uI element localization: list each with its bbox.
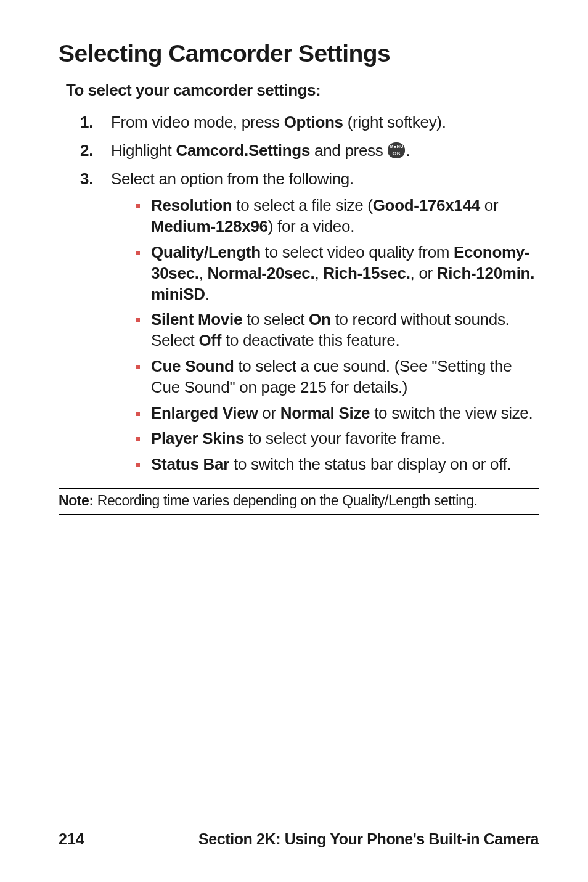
bullet-skins: Player Skins to select your favorite fra… [136,428,539,449]
icon-bottom-label: OK [388,151,405,157]
silent-t1: to select [242,310,309,329]
bullet-cue: Cue Sound to select a cue sound. (See "S… [136,356,539,398]
step-1-pre: From video mode, press [111,113,284,131]
page-number: 214 [59,830,84,848]
step-1: From video mode, press Options (right so… [80,112,539,133]
bullet-view: Enlarged View or Normal Size to switch t… [136,403,539,424]
page-heading: Selecting Camcorder Settings [59,40,539,67]
resolution-b1: Resolution [151,196,232,214]
bullet-status: Status Bar to switch the status bar disp… [136,454,539,475]
step-2: Highlight Camcord.Settings and press MEN… [80,141,539,161]
quality-b1: Quality/Length [151,243,261,261]
step-1-bold: Options [284,113,343,131]
page-footer: 214 Section 2K: Using Your Phone's Built… [0,830,588,848]
bullet-resolution: Resolution to select a file size (Good-1… [136,195,539,237]
quality-t2: , [199,264,208,282]
quality-t3: , [314,264,323,282]
bullet-quality: Quality/Length to select video quality f… [136,242,539,304]
resolution-b3: Medium-128x96 [151,217,268,235]
quality-t1: to select video quality from [261,243,454,261]
resolution-t3: ) for a video. [268,217,354,235]
step-2-pre: Highlight [111,141,176,160]
view-b1: Enlarged View [151,404,258,422]
quality-t4: , or [410,264,437,282]
resolution-t2: or [480,196,498,214]
cue-b1: Cue Sound [151,357,234,375]
silent-b2: On [309,310,331,329]
note-label: Note: [59,492,94,508]
bullets-list: Resolution to select a file size (Good-1… [111,195,539,475]
page: Selecting Camcorder Settings To select y… [0,0,588,882]
section-title: Section 2K: Using Your Phone's Built-in … [198,830,539,848]
step-2-post: . [406,141,410,160]
step-1-post: (right softkey). [343,113,446,131]
quality-t5: . [205,285,210,303]
view-t2: to switch the view size. [370,404,533,422]
icon-top-label: MENU [388,144,405,149]
resolution-t1: to select a file size ( [232,196,372,214]
quality-b4: Rich-15sec. [323,264,410,282]
step-3-text: Select an option from the following. [111,169,354,188]
step-2-bold: Camcord.Settings [176,141,310,160]
skins-t1: to select your favorite frame. [244,429,445,447]
bullet-silent: Silent Movie to select On to record with… [136,309,539,351]
silent-t3: to deactivate this feature. [221,331,399,349]
skins-b1: Player Skins [151,429,244,447]
view-t1: or [258,404,280,422]
status-t1: to switch the status bar display on or o… [229,455,511,473]
note-box: Note: Recording time varies depending on… [59,488,539,515]
quality-b3: Normal-20sec. [208,264,315,282]
resolution-b2: Good-176x144 [373,196,480,214]
silent-b3: Off [198,331,221,349]
step-3: Select an option from the following. Res… [80,169,539,475]
view-b2: Normal Size [280,404,370,422]
silent-b1: Silent Movie [151,310,242,329]
steps-list: From video mode, press Options (right so… [59,112,539,475]
status-b1: Status Bar [151,455,229,473]
menu-ok-icon: MENUOK [388,142,405,158]
sub-heading: To select your camcorder settings: [66,81,539,100]
step-2-mid: and press [310,141,387,160]
note-text: Recording time varies depending on the Q… [94,492,478,508]
